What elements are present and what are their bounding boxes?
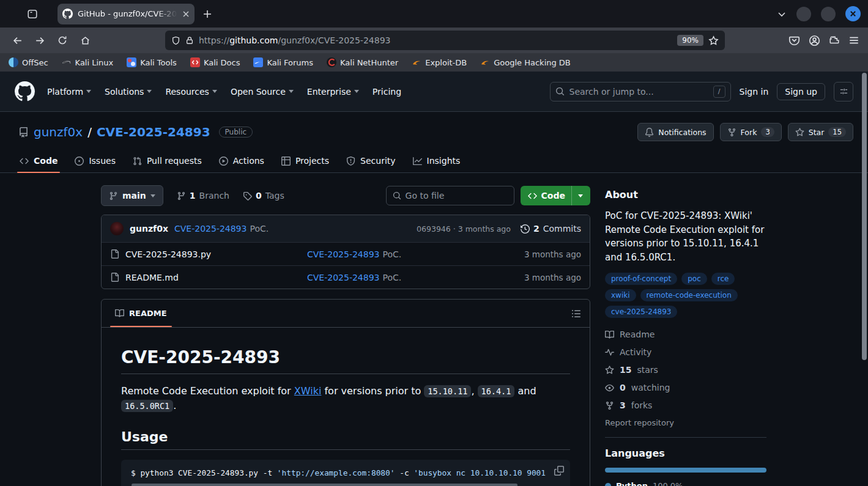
kali-forums-favicon [253, 57, 263, 67]
back-button[interactable] [7, 31, 27, 50]
reload-button[interactable] [53, 31, 72, 50]
commit-author-link[interactable]: gunzf0x [130, 224, 168, 234]
outline-button[interactable] [571, 309, 581, 318]
tab-security[interactable]: Security [340, 151, 402, 172]
nav-platform[interactable]: Platform [47, 87, 91, 97]
go-to-file-input[interactable]: Go to file [386, 186, 514, 205]
chevron-down-icon [289, 90, 294, 93]
topic-chip[interactable]: poc [681, 273, 707, 285]
tab-list-chevron-icon[interactable] [777, 9, 787, 19]
extensions-icon[interactable] [829, 35, 840, 46]
topic-chip[interactable]: rce [711, 273, 735, 285]
window-minimize-button[interactable] [796, 7, 811, 21]
tab-insights[interactable]: Insights [407, 151, 467, 172]
latest-commit-row[interactable]: gunzf0x CVE-2025-24893 PoC. 0693946 · 3 … [102, 215, 590, 242]
sign-up-button[interactable]: Sign up [777, 83, 825, 100]
file-commit-link[interactable]: CVE-2025-24893 [307, 273, 379, 282]
home-button[interactable] [75, 31, 95, 50]
readme-tab[interactable]: README [110, 300, 172, 327]
window-maximize-button[interactable] [821, 7, 836, 21]
bookmark-kali-tools[interactable]: Kali Tools [127, 57, 177, 67]
url-bar[interactable]: https://github.com/gunzf0x/CVE-2025-2489… [165, 31, 725, 50]
browser-tab[interactable]: GitHub - gunzf0x/CVE-20 [57, 4, 195, 24]
code-horizontal-scrollbar[interactable] [132, 484, 517, 486]
bookmark-kali-forums[interactable]: Kali Forums [253, 57, 313, 67]
search-placeholder: Search or jump to... [569, 87, 654, 97]
topic-chip[interactable]: proof-of-concept [605, 273, 677, 285]
tab-projects[interactable]: Projects [275, 151, 335, 172]
tab-code[interactable]: Code [13, 151, 64, 172]
stars-link[interactable]: 15stars [605, 363, 766, 377]
pocket-icon[interactable] [788, 35, 800, 46]
new-tab-button[interactable] [203, 10, 212, 18]
activity-link[interactable]: Activity [605, 345, 766, 359]
tracking-shield-icon[interactable] [171, 36, 180, 45]
star-icon [795, 128, 804, 137]
language-legend-item[interactable]: Python 100.0% [605, 481, 766, 486]
report-repository-link[interactable]: Report repository [605, 418, 766, 427]
nav-solutions[interactable]: Solutions [105, 87, 152, 97]
code-line: $ python3 CVE-2025-24893.py -t 'http://e… [131, 468, 546, 477]
copy-icon[interactable] [554, 466, 564, 476]
tab-issues[interactable]: Issues [69, 151, 122, 172]
pull-request-icon [133, 156, 142, 166]
language-bar[interactable] [605, 468, 766, 473]
xwiki-link[interactable]: XWiki [294, 385, 322, 397]
code-download-button[interactable]: Code [521, 186, 590, 205]
bookmark-kali-nethunter[interactable]: Kali NetHunter [327, 57, 398, 67]
branch-selector[interactable]: main [101, 185, 163, 206]
bookmark-offsec[interactable]: OffSec [9, 57, 48, 67]
repo-owner-link[interactable]: gunzf0x [34, 125, 83, 139]
bookmark-google-hacking-db[interactable]: Google Hacking DB [480, 57, 571, 67]
tab-pull-requests[interactable]: Pull requests [127, 151, 208, 172]
forks-link[interactable]: 3forks [605, 399, 766, 412]
bookmark-exploit-db[interactable]: Exploit-DB [412, 57, 467, 67]
commit-sha-time[interactable]: 0693946 · 3 months ago [417, 224, 511, 234]
repo-name-link[interactable]: CVE-2025-24893 [97, 125, 210, 139]
file-commit-link[interactable]: CVE-2025-24893 [307, 249, 379, 259]
notifications-button[interactable]: Notifications [637, 123, 713, 141]
tags-link[interactable]: 0Tags [243, 191, 284, 201]
bookmark-star-icon[interactable] [708, 35, 719, 46]
bookmark-kali-linux[interactable]: Kali Linux [62, 57, 114, 67]
github-favicon [62, 9, 73, 19]
file-row[interactable]: README.md CVE-2025-24893PoC. 3 months ag… [102, 265, 590, 289]
branches-link[interactable]: 1Branch [177, 191, 229, 201]
file-icon [110, 249, 119, 259]
lock-icon[interactable] [185, 36, 194, 45]
zoom-level-badge[interactable]: 90% [677, 35, 703, 46]
bookmark-kali-docs[interactable]: Kali Docs [190, 57, 240, 67]
tab-close-icon[interactable] [182, 10, 190, 18]
file-name-link[interactable]: CVE-2025-24893.py [125, 249, 211, 259]
topic-chip[interactable]: xwiki [605, 289, 636, 301]
sign-in-link[interactable]: Sign in [740, 87, 769, 97]
nav-enterprise[interactable]: Enterprise [307, 87, 359, 97]
commit-history-link[interactable]: 2Commits [521, 224, 581, 234]
watching-link[interactable]: 0watching [605, 381, 766, 394]
github-search-input[interactable]: Search or jump to... / [550, 82, 731, 101]
topic-chip[interactable]: remote-code-execution [640, 289, 738, 301]
appearance-settings-button[interactable] [834, 82, 853, 101]
nav-resources[interactable]: Resources [165, 87, 217, 97]
commit-message-link[interactable]: CVE-2025-24893 [174, 224, 247, 234]
tab-actions[interactable]: Actions [213, 151, 270, 172]
nav-open-source[interactable]: Open Source [231, 87, 294, 97]
menu-icon[interactable] [848, 35, 859, 46]
firefox-view-button[interactable] [23, 5, 42, 23]
nav-pricing[interactable]: Pricing [373, 87, 401, 97]
star-button[interactable]: Star 15 [788, 123, 853, 141]
file-name-link[interactable]: README.md [125, 273, 179, 282]
forward-button[interactable] [30, 31, 50, 50]
fork-button[interactable]: Fork 3 [720, 123, 782, 141]
fork-count: 3 [761, 127, 774, 137]
window-close-button[interactable] [845, 6, 861, 21]
file-row[interactable]: CVE-2025-24893.py CVE-2025-24893PoC. 3 m… [102, 242, 590, 265]
page-scrollbar[interactable] [862, 73, 867, 360]
code-dropdown-caret[interactable] [571, 186, 583, 205]
topic-chip[interactable]: cve-2025-24893 [605, 306, 677, 318]
usage-code-block: $ python3 CVE-2025-24893.py -t 'http://e… [121, 460, 570, 486]
account-icon[interactable] [809, 35, 820, 46]
avatar[interactable] [110, 222, 124, 235]
github-logo[interactable] [15, 81, 35, 101]
readme-link[interactable]: Readme [605, 328, 766, 341]
